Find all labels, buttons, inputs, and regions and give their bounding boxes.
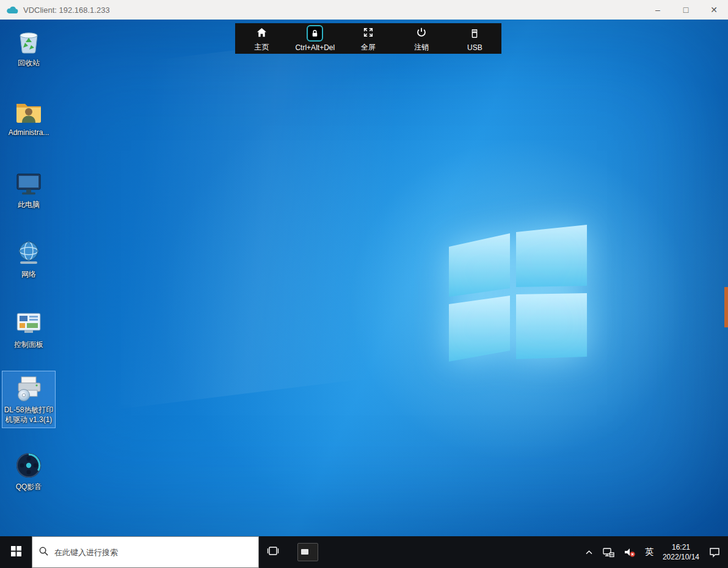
toolbar-fullscreen-label: 全屏	[361, 42, 376, 53]
tray-time: 16:21	[663, 542, 699, 552]
desktop-icon-label: 控制面板	[14, 340, 43, 350]
toolbar-ctrl-alt-del-label: Ctrl+Alt+Del	[295, 43, 335, 52]
desktop-icon-label: 回收站	[18, 59, 40, 68]
usb-icon	[469, 26, 480, 42]
desktop-icon-this-pc[interactable]: 此电脑	[2, 166, 55, 213]
task-view-button[interactable]	[259, 536, 287, 568]
desktop-icon-network[interactable]: 网络	[2, 236, 55, 283]
toolbar-home-label: 主页	[255, 42, 269, 53]
toolbar-logout-label: 注销	[414, 42, 429, 53]
vdclient-window: VDClient: 192.168.1.233 – □ ✕	[0, 0, 728, 568]
this-pc-icon	[14, 169, 43, 198]
home-icon	[256, 24, 268, 40]
control-panel-icon	[14, 308, 43, 338]
desktop-icon-label: Administra...	[9, 128, 49, 138]
network-icon	[14, 238, 43, 268]
titlebar: VDClient: 192.168.1.233 – □ ✕	[0, 0, 728, 20]
start-button[interactable]	[0, 536, 32, 568]
tray-network-icon[interactable]	[602, 546, 614, 558]
taskbar-search[interactable]	[32, 536, 259, 568]
toolbar-ctrl-alt-del-button[interactable]: Ctrl+Alt+Del	[288, 23, 341, 54]
desktop-icon-label: QQ影音	[16, 482, 42, 492]
windows-start-icon	[11, 546, 21, 559]
desktop-icon-administrator[interactable]: Administra...	[2, 94, 55, 141]
toolbar-usb-button[interactable]: USB	[448, 23, 501, 54]
right-scrollbar-thumb[interactable]	[724, 287, 728, 327]
minimize-button[interactable]: –	[644, 0, 672, 20]
tray-clock[interactable]: 16:21 2022/10/14	[663, 542, 699, 562]
action-center-icon[interactable]	[708, 546, 721, 558]
windows-logo	[448, 224, 588, 370]
taskbar: 英 16:21 2022/10/14	[0, 536, 728, 568]
user-folder-icon	[14, 96, 43, 126]
power-icon	[416, 24, 427, 40]
search-icon	[38, 546, 49, 559]
window-title: VDClient: 192.168.1.233	[23, 5, 110, 15]
lock-icon	[307, 25, 323, 42]
desktop-icon-label: DL-58热敏打印机驱动 v1.3(1)	[4, 406, 54, 424]
system-tray: 英 16:21 2022/10/14	[585, 536, 728, 568]
toolbar-usb-label: USB	[467, 43, 482, 52]
desktop-icon-control-panel[interactable]: 控制面板	[2, 306, 55, 353]
tray-date: 2022/10/14	[663, 552, 699, 562]
desktop-icon-qq-player[interactable]: QQ影音	[2, 448, 55, 495]
toolbar-logout-button[interactable]: 注销	[395, 23, 448, 54]
toolbar-home-button[interactable]: 主页	[235, 23, 288, 54]
desktop-icon-label: 网络	[21, 270, 36, 280]
fullscreen-icon	[363, 24, 374, 40]
tray-chevron-up-icon[interactable]	[585, 550, 593, 555]
close-button[interactable]: ✕	[700, 0, 728, 20]
qq-player-icon	[14, 451, 43, 480]
search-input[interactable]	[54, 548, 252, 557]
maximize-button[interactable]: □	[672, 0, 700, 20]
task-view-icon	[267, 545, 279, 559]
taskbar-app-button[interactable]	[294, 536, 321, 568]
tray-input-language[interactable]: 英	[645, 547, 653, 558]
window-controls: – □ ✕	[644, 0, 728, 20]
vdclient-toolbar: 主页 Ctrl+Alt+Del 全屏	[235, 23, 501, 54]
remote-desktop[interactable]: 主页 Ctrl+Alt+Del 全屏	[0, 20, 728, 536]
tray-volume-muted-icon[interactable]	[624, 546, 636, 558]
desktop-icon-printer-driver[interactable]: DL-58热敏打印机驱动 v1.3(1)	[2, 371, 55, 428]
app-window-thumbnail-icon	[297, 543, 318, 561]
printer-driver-icon	[14, 374, 43, 403]
toolbar-fullscreen-button[interactable]: 全屏	[341, 23, 395, 54]
vdclient-logo-icon	[6, 5, 18, 15]
desktop-icon-recycle-bin[interactable]: 回收站	[2, 24, 55, 71]
wallpaper-light-beam	[0, 20, 696, 431]
desktop-icon-label: 此电脑	[18, 200, 40, 210]
recycle-bin-icon	[14, 27, 43, 56]
